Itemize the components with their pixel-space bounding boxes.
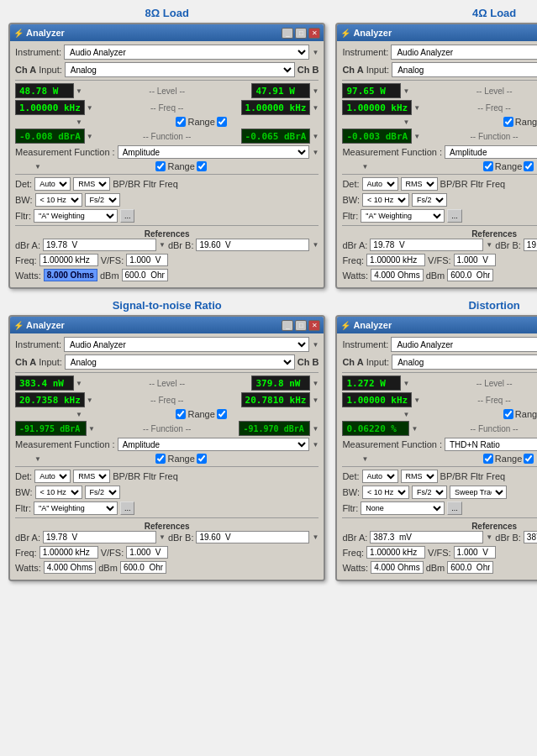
vfs-input-tr[interactable] xyxy=(454,254,496,266)
dbm-input-tl[interactable] xyxy=(122,269,168,281)
range-check-tl: Range xyxy=(84,117,319,127)
range-checkbox-br[interactable] xyxy=(503,409,513,419)
fltr-btn-br[interactable]: ... xyxy=(447,501,462,515)
minimize-btn-bl[interactable]: _ xyxy=(282,320,293,331)
rms-select-tr[interactable]: RMS xyxy=(401,177,438,191)
sweep-select-br[interactable]: Sweep Track xyxy=(450,486,507,499)
func-b-arrow-tl[interactable]: ▼ xyxy=(312,133,319,140)
function-row-bl: -91.975 dBrA ▼ -- Function -- -91.970 dB… xyxy=(15,421,319,436)
maximize-btn-tl[interactable]: □ xyxy=(295,28,307,39)
freq-ref-input-br[interactable] xyxy=(366,546,425,559)
range2-checkbox2-bl[interactable] xyxy=(197,454,207,464)
dbm-input-br[interactable] xyxy=(447,561,493,574)
watts-row-tr: Watts: 4.000 Ohms dBm xyxy=(342,269,537,281)
freq-ref-input-tl[interactable] xyxy=(39,254,98,266)
rms-select-bl[interactable]: RMS xyxy=(73,470,110,483)
freq-ref-input-bl[interactable] xyxy=(39,546,98,559)
meas-func-select-tl[interactable]: Amplitude xyxy=(118,145,310,159)
freq-ref-label-tl: Freq: xyxy=(15,255,37,265)
fltr-select-tr[interactable]: "A" Weighting xyxy=(361,209,445,223)
range2-checkbox-tl[interactable] xyxy=(155,161,166,171)
det-select-bl[interactable]: Auto xyxy=(34,470,71,483)
range2-checkbox-br[interactable] xyxy=(483,454,493,464)
range-checkbox-bl[interactable] xyxy=(176,409,186,419)
range2-checkbox-bl[interactable] xyxy=(155,454,166,464)
fltr-row-tl: Fltr: "A" Weighting ... xyxy=(15,209,319,223)
fltr-btn-tl[interactable]: ... xyxy=(120,209,135,223)
dbra-input-bl[interactable] xyxy=(43,531,156,543)
instrument-select-tl[interactable]: Audio Analyzer xyxy=(64,45,309,60)
meas-func-select-tr[interactable]: Amplitude xyxy=(445,145,537,159)
fltr-select-bl[interactable]: "A" Weighting xyxy=(34,501,118,515)
det-row-tr: Det: Auto RMS BP/BR Fltr Freq xyxy=(342,177,537,191)
range-checkbox-tr[interactable] xyxy=(503,117,513,127)
range2-checkbox2-tr[interactable] xyxy=(524,161,534,171)
title-bar-text-tl: ⚡ Analyzer xyxy=(13,28,65,38)
close-btn-bl[interactable]: ✕ xyxy=(308,320,320,331)
meas-func-select-bl[interactable]: Amplitude xyxy=(118,438,310,451)
dbrb-input-bl[interactable] xyxy=(196,531,309,543)
instrument-select-bl[interactable]: Audio Analyzer xyxy=(64,337,309,352)
bw-select-tl[interactable]: < 10 Hz xyxy=(35,193,82,207)
dbrb-input-br[interactable] xyxy=(524,531,537,543)
range-checkbox2-tl[interactable] xyxy=(217,117,227,127)
det-select-tl[interactable]: Auto xyxy=(34,177,71,191)
fltr-btn-bl[interactable]: ... xyxy=(120,501,135,515)
range2-checkbox2-br[interactable] xyxy=(524,454,534,464)
level-a-arrow-tl[interactable]: ▼ xyxy=(76,87,82,95)
dbra-input-tl[interactable] xyxy=(43,239,156,251)
fs2-select-br[interactable]: Fs/2 xyxy=(412,486,447,499)
range2-check-tl: Range xyxy=(44,161,319,171)
vfs-input-bl[interactable] xyxy=(126,546,168,559)
range-checkbox2-bl[interactable] xyxy=(217,409,227,419)
func-b-bl: -91.970 dBrA xyxy=(239,421,310,436)
function-row-tr: -0.003 dBrA ▼ -- Function -- -0.080 dBrA… xyxy=(342,129,537,144)
refs-tr: References dBr A: ▼ dBr B: ▼ Freq: xyxy=(342,228,537,281)
fs2-select-tl[interactable]: Fs/2 xyxy=(85,193,120,207)
range-checkbox-tl[interactable] xyxy=(176,117,186,127)
fltr-select-tl[interactable]: "A" Weighting xyxy=(34,209,118,223)
range2-check-tr: Range xyxy=(371,161,537,171)
bw-select-bl[interactable]: < 10 Hz xyxy=(35,486,82,499)
fs2-select-bl[interactable]: Fs/2 xyxy=(85,486,120,499)
det-select-tr[interactable]: Auto xyxy=(362,177,398,191)
watts-value-tl: 8.000 Ohms xyxy=(44,269,97,281)
input-select-tl[interactable]: Analog xyxy=(65,62,295,77)
input-select-bl[interactable]: Analog xyxy=(65,354,295,370)
freq-b-arrow-tl[interactable]: ▼ xyxy=(312,104,319,112)
maximize-btn-bl[interactable]: □ xyxy=(295,320,307,331)
range2-checkbox-tr[interactable] xyxy=(483,161,493,171)
meas-func-select-br[interactable]: THD+N Ratio xyxy=(445,438,537,451)
vfs-input-br[interactable] xyxy=(454,546,496,559)
level-b-arrow-tl[interactable]: ▼ xyxy=(312,87,319,95)
fs2-select-tr[interactable]: Fs/2 xyxy=(412,193,447,207)
freq-a-arrow-tl[interactable]: ▼ xyxy=(87,104,93,112)
fltr-btn-tr[interactable]: ... xyxy=(447,209,462,223)
range2-row-tl: ▼ Range xyxy=(15,161,319,171)
freq-ref-input-tr[interactable] xyxy=(366,254,425,266)
dbrb-input-tl[interactable] xyxy=(196,239,309,251)
channel-row-bl: Ch A Input: Analog Ch B xyxy=(15,354,319,370)
det-select-br[interactable]: Auto xyxy=(362,470,398,483)
func-a-arrow-tl[interactable]: ▼ xyxy=(87,133,93,140)
dbrb-input-tr[interactable] xyxy=(524,239,537,251)
rms-select-br[interactable]: RMS xyxy=(401,470,438,483)
input-select-tr[interactable]: Analog xyxy=(392,62,537,77)
rms-select-tl[interactable]: RMS xyxy=(73,177,110,191)
dbra-input-br[interactable] xyxy=(370,531,483,543)
dbra-input-tr[interactable] xyxy=(370,239,483,251)
fltr-select-br[interactable]: None xyxy=(361,501,445,515)
vfs-input-tl[interactable] xyxy=(126,254,168,266)
bw-select-br[interactable]: < 10 Hz xyxy=(362,486,409,499)
minimize-btn-tl[interactable]: _ xyxy=(282,28,293,39)
range2-check-bl: Range xyxy=(44,454,319,464)
instrument-select-tr[interactable]: Audio Analyzer xyxy=(391,45,537,60)
dbm-input-tr[interactable] xyxy=(447,269,493,281)
range2-checkbox2-tl[interactable] xyxy=(197,161,207,171)
close-btn-tl[interactable]: ✕ xyxy=(308,28,320,39)
input-select-br[interactable]: Analog xyxy=(392,354,537,370)
title-buttons-tl: _ □ ✕ xyxy=(282,28,320,39)
bw-select-tr[interactable]: < 10 Hz xyxy=(362,193,409,207)
dbm-input-bl[interactable] xyxy=(120,561,166,574)
instrument-select-br[interactable]: Audio Analyzer xyxy=(391,337,537,352)
